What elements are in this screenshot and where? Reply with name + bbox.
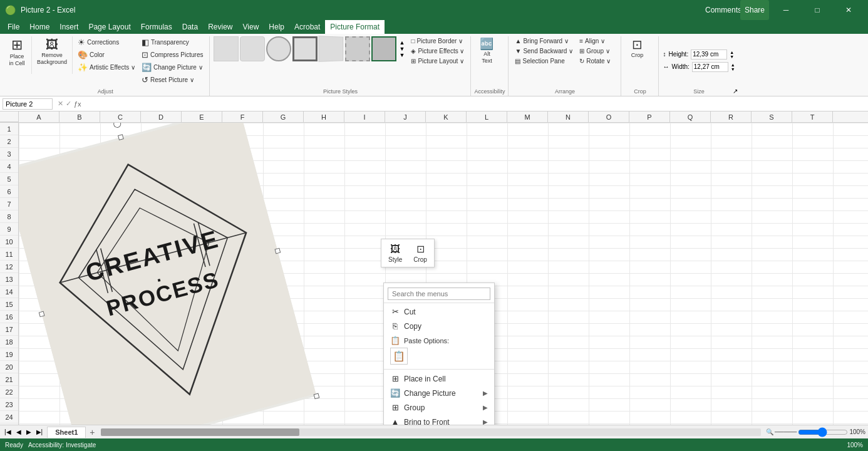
- row-22[interactable]: 22: [0, 386, 18, 398]
- align-button[interactable]: ≡ Align ∨: [577, 36, 613, 46]
- pic-style-6[interactable]: [345, 36, 370, 61]
- col-O[interactable]: O: [589, 111, 629, 122]
- col-I[interactable]: I: [344, 111, 385, 122]
- col-E[interactable]: E: [182, 111, 222, 122]
- cancel-formula-icon[interactable]: ✕: [58, 100, 63, 108]
- pic-style-1[interactable]: [214, 36, 239, 61]
- bring-forward-button[interactable]: ▲ Bring Forward ∨: [512, 36, 576, 46]
- pic-style-4[interactable]: [292, 36, 318, 61]
- pic-style-2[interactable]: [240, 36, 265, 61]
- row-7[interactable]: 7: [0, 198, 18, 210]
- col-T[interactable]: T: [792, 111, 833, 122]
- row-8[interactable]: 8: [0, 210, 18, 223]
- styles-down[interactable]: ▼: [399, 46, 405, 52]
- col-S[interactable]: S: [752, 111, 792, 122]
- col-F[interactable]: F: [222, 111, 263, 122]
- formula-input[interactable]: [84, 100, 865, 108]
- height-input[interactable]: [691, 49, 727, 60]
- ctx-search-input[interactable]: [388, 288, 490, 300]
- width-up[interactable]: ▲: [731, 63, 735, 67]
- share-button[interactable]: Share: [740, 0, 769, 20]
- row-16[interactable]: 16: [0, 311, 18, 323]
- row-1[interactable]: 1: [0, 123, 18, 135]
- zoom-slider[interactable]: [798, 430, 848, 435]
- menu-picture-format[interactable]: Picture Format: [325, 20, 385, 34]
- h-scroll-thumb[interactable]: [101, 428, 299, 436]
- row-18[interactable]: 18: [0, 336, 18, 348]
- change-picture-button[interactable]: 🔄 Change Picture ∨: [139, 61, 205, 73]
- col-A[interactable]: A: [19, 111, 59, 122]
- selection-pane-button[interactable]: ▤ Selection Pane: [512, 56, 576, 66]
- row-4[interactable]: 4: [0, 160, 18, 173]
- transparency-button[interactable]: ◧ Transparency: [139, 36, 205, 48]
- row-6[interactable]: 6: [0, 185, 18, 198]
- row-17[interactable]: 17: [0, 323, 18, 336]
- send-backward-button[interactable]: ▼ Send Backward ∨: [512, 46, 576, 56]
- size-expand-icon[interactable]: ↗: [733, 88, 738, 95]
- crop-button[interactable]: ⊡ Crop: [625, 36, 649, 61]
- row-3[interactable]: 3: [0, 148, 18, 160]
- row-19[interactable]: 19: [0, 348, 18, 361]
- sheet-prev-btn[interactable]: ◀: [14, 427, 23, 437]
- mini-style-button[interactable]: 🖼 Style: [383, 241, 407, 265]
- sheet-first-btn[interactable]: |◀: [3, 427, 13, 437]
- menu-review[interactable]: Review: [203, 20, 237, 34]
- pic-style-5[interactable]: [319, 36, 344, 61]
- height-down[interactable]: ▼: [730, 54, 734, 59]
- row-14[interactable]: 14: [0, 286, 18, 298]
- row-25[interactable]: 25: [0, 423, 18, 425]
- paste-icon-button[interactable]: 📋: [390, 348, 408, 365]
- row-2[interactable]: 2: [0, 135, 18, 148]
- menu-home[interactable]: Home: [24, 20, 54, 34]
- row-15[interactable]: 15: [0, 298, 18, 311]
- row-13[interactable]: 13: [0, 273, 18, 286]
- menu-help[interactable]: Help: [264, 20, 289, 34]
- name-box-input[interactable]: [3, 98, 53, 110]
- col-H[interactable]: H: [304, 111, 344, 122]
- alt-text-button[interactable]: 🔤 AltText: [475, 36, 499, 66]
- remove-background-button[interactable]: 🖼 RemoveBackground: [34, 36, 70, 68]
- ctx-copy[interactable]: ⎘ Copy: [384, 319, 494, 333]
- col-Q[interactable]: Q: [670, 111, 711, 122]
- pic-style-3[interactable]: [266, 36, 291, 61]
- row-23[interactable]: 23: [0, 398, 18, 411]
- ctx-cut[interactable]: ✂ Cut: [384, 304, 494, 319]
- col-L[interactable]: L: [467, 111, 507, 122]
- width-down[interactable]: ▼: [731, 67, 735, 71]
- col-R[interactable]: R: [711, 111, 752, 122]
- col-P[interactable]: P: [629, 111, 670, 122]
- row-21[interactable]: 21: [0, 373, 18, 386]
- col-M[interactable]: M: [507, 111, 548, 122]
- comments-button[interactable]: Comments: [709, 0, 738, 20]
- picture-layout-button[interactable]: ⊞ Picture Layout ∨: [408, 56, 467, 66]
- menu-data[interactable]: Data: [177, 20, 203, 34]
- rotate-button[interactable]: ↻ Rotate ∨: [577, 56, 613, 66]
- menu-insert[interactable]: Insert: [54, 20, 83, 34]
- color-button[interactable]: 🎨 Color: [75, 49, 138, 61]
- pic-style-7[interactable]: [371, 36, 396, 61]
- col-B[interactable]: B: [59, 111, 100, 122]
- styles-expand[interactable]: ▼: [399, 52, 405, 58]
- col-G[interactable]: G: [263, 111, 304, 122]
- sheet-last-btn[interactable]: ▶|: [34, 427, 45, 437]
- row-20[interactable]: 20: [0, 361, 18, 373]
- menu-file[interactable]: File: [3, 20, 24, 34]
- row-10[interactable]: 10: [0, 236, 18, 248]
- row-12[interactable]: 12: [0, 261, 18, 273]
- row-9[interactable]: 9: [0, 223, 18, 236]
- compress-pictures-button[interactable]: ⊡ Compress Pictures: [139, 49, 205, 61]
- height-up[interactable]: ▲: [730, 50, 734, 54]
- row-11[interactable]: 11: [0, 248, 18, 261]
- ctx-group[interactable]: ⊞ Group ▶: [384, 400, 494, 415]
- enter-formula-icon[interactable]: ✓: [66, 100, 71, 108]
- minimize-button[interactable]: ─: [772, 0, 800, 20]
- row-5[interactable]: 5: [0, 173, 18, 185]
- artistic-effects-button[interactable]: ✨ Artistic Effects ∨: [75, 61, 138, 73]
- ctx-change-picture[interactable]: 🔄 Change Picture ▶: [384, 386, 494, 400]
- picture-effects-button[interactable]: ◈ Picture Effects ∨: [408, 46, 467, 56]
- corrections-button[interactable]: ☀ Corrections: [75, 36, 138, 48]
- add-sheet-button[interactable]: +: [86, 427, 98, 438]
- picture-border-button[interactable]: □ Picture Border ∨: [408, 36, 467, 46]
- mini-crop-button[interactable]: ⊡ Crop: [408, 241, 432, 265]
- row-24[interactable]: 24: [0, 411, 18, 423]
